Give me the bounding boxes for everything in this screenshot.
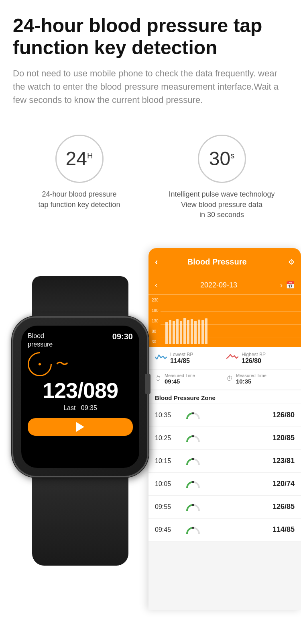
play-triangle-icon bbox=[76, 422, 84, 432]
top-section: 24-hour blood pressure tap function key … bbox=[0, 0, 301, 131]
calendar-icon[interactable]: 📅 bbox=[286, 281, 295, 289]
zone-header: Blood Pressure Zone bbox=[148, 390, 301, 404]
features-row: 24H 24-hour blood pressuretap function k… bbox=[0, 131, 301, 232]
bp-value: 123/089 bbox=[28, 378, 133, 403]
stats-row: Lowest BP 114/85 Highest BP 126/80 bbox=[148, 347, 301, 370]
zone-list: 10:35 126/80 10:25 bbox=[148, 404, 301, 541]
svg-point-3 bbox=[192, 481, 194, 483]
date-nav: ‹ 2022-09-13 › 📅 bbox=[148, 276, 301, 295]
badge-text-30s: 30s bbox=[209, 149, 234, 168]
watch-container: Blood pressure 09:30 〜 123/089 Last 09:3… bbox=[0, 244, 169, 606]
highest-bp-value: 126/80 bbox=[242, 357, 266, 365]
bar-3 bbox=[176, 319, 179, 344]
meas-label-1: Measured Time bbox=[165, 373, 195, 378]
band-bottom bbox=[32, 473, 128, 566]
app-header: ‹ Blood Pressure ⚙ bbox=[148, 248, 301, 276]
feature-item-1: 30s Intelligent pulse wave technologyVie… bbox=[158, 135, 286, 220]
wave-high-icon bbox=[226, 353, 238, 363]
settings-icon[interactable]: ⚙ bbox=[288, 258, 295, 267]
lowest-bp-value: 114/85 bbox=[170, 357, 193, 365]
meas-info-1: Measured Time 09:45 bbox=[165, 373, 195, 385]
app-panel: ‹ Blood Pressure ⚙ ‹ 2022-09-13 › 📅 230 … bbox=[148, 248, 301, 610]
zone-row-4: 09:55 126/85 bbox=[148, 496, 301, 519]
zone-bp-4: 126/85 bbox=[203, 502, 295, 511]
meas-value-1: 09:45 bbox=[165, 378, 195, 385]
svg-point-4 bbox=[192, 504, 194, 506]
app-title: Blood Pressure bbox=[162, 257, 272, 267]
feature-desc-0: 24-hour blood pressuretap function key d… bbox=[38, 189, 120, 209]
gauge-meter-5 bbox=[183, 524, 203, 535]
last-time: Last 09:35 bbox=[28, 404, 133, 412]
chart-area: 230 180 130 80 30 bbox=[148, 295, 301, 347]
zone-row-5: 09:45 114/85 bbox=[148, 519, 301, 541]
highest-bp-label: Highest BP bbox=[242, 352, 266, 357]
gauge-meter-3 bbox=[183, 478, 203, 490]
badge-text-24h: 24H bbox=[66, 149, 93, 168]
meas-value-2: 10:35 bbox=[236, 378, 266, 385]
zone-bp-0: 126/80 bbox=[203, 411, 295, 419]
bar-6 bbox=[187, 320, 189, 344]
date-display: 2022-09-13 bbox=[161, 281, 277, 289]
svg-point-1 bbox=[192, 435, 194, 437]
side-button[interactable] bbox=[145, 374, 150, 394]
watch-screen: Blood pressure 09:30 〜 123/089 Last 09:3… bbox=[21, 326, 139, 468]
zone-row-1: 10:25 120/85 bbox=[148, 427, 301, 450]
watch-app-section: Blood pressure 09:30 〜 123/089 Last 09:3… bbox=[0, 236, 301, 622]
zone-row-2: 10:15 123/81 bbox=[148, 450, 301, 473]
meas-label-2: Measured Time bbox=[236, 373, 266, 378]
bar-7 bbox=[191, 319, 193, 344]
gauge-meter-2 bbox=[183, 455, 203, 467]
meas-info-2: Measured Time 10:35 bbox=[236, 373, 266, 385]
lowest-bp-info: Lowest BP 114/85 bbox=[170, 352, 193, 365]
gauge-meter-4 bbox=[183, 501, 203, 513]
subtitle: Do not need to use mobile phone to check… bbox=[13, 67, 288, 107]
watch-body: Blood pressure 09:30 〜 123/089 Last 09:3… bbox=[8, 276, 153, 566]
svg-point-0 bbox=[192, 412, 194, 414]
gauge-meter-0 bbox=[183, 410, 203, 421]
bar-2 bbox=[173, 321, 175, 344]
zone-bp-3: 120/74 bbox=[203, 480, 295, 488]
zone-bp-5: 114/85 bbox=[203, 525, 295, 534]
bar-10 bbox=[201, 320, 204, 344]
date-next-button[interactable]: › bbox=[280, 281, 283, 289]
clock-icon-2: ⏱ bbox=[226, 375, 233, 382]
play-button[interactable] bbox=[28, 418, 133, 436]
bar-1 bbox=[169, 320, 171, 344]
feature-desc-1: Intelligent pulse wave technologyView bl… bbox=[169, 189, 275, 220]
svg-point-5 bbox=[192, 527, 194, 529]
circle-badge-30s: 30s bbox=[198, 135, 246, 183]
gauge-circle bbox=[23, 347, 57, 381]
highest-bp-item: Highest BP 126/80 bbox=[226, 352, 295, 365]
screen-header: Blood pressure 09:30 bbox=[28, 332, 133, 349]
wave-icon: 〜 bbox=[56, 355, 69, 373]
zone-bp-2: 123/81 bbox=[203, 457, 295, 465]
watch-case: Blood pressure 09:30 〜 123/089 Last 09:3… bbox=[12, 316, 148, 477]
measured-row: ⏱ Measured Time 09:45 ⏱ Measured Time 10… bbox=[148, 370, 301, 390]
main-title: 24-hour blood pressure tap function key … bbox=[13, 14, 288, 59]
watch-time: 09:30 bbox=[112, 332, 133, 341]
bar-8 bbox=[194, 321, 197, 344]
lowest-bp-label: Lowest BP bbox=[170, 352, 193, 357]
gauge-meter-1 bbox=[183, 433, 203, 444]
chart-bars bbox=[165, 298, 296, 344]
gauge-area: 〜 bbox=[28, 352, 133, 376]
bp-label: Blood pressure bbox=[28, 332, 53, 349]
svg-point-2 bbox=[192, 458, 194, 460]
bar-4 bbox=[180, 321, 182, 344]
bar-11 bbox=[205, 318, 207, 344]
zone-row-0: 10:35 126/80 bbox=[148, 404, 301, 427]
zone-row-3: 10:05 120/74 bbox=[148, 473, 301, 496]
bar-9 bbox=[198, 320, 200, 344]
bar-5 bbox=[183, 318, 186, 344]
feature-item-0: 24H 24-hour blood pressuretap function k… bbox=[15, 135, 144, 209]
zone-bp-1: 120/85 bbox=[203, 434, 295, 442]
highest-bp-info: Highest BP 126/80 bbox=[242, 352, 266, 365]
circle-badge-24h: 24H bbox=[55, 135, 104, 183]
meas-item-2: ⏱ Measured Time 10:35 bbox=[226, 373, 295, 385]
